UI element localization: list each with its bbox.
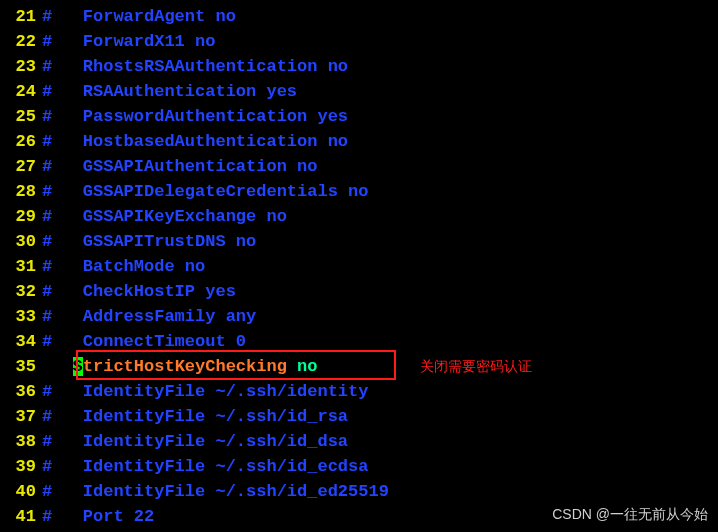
line-number: 29 xyxy=(0,204,42,229)
line-text: # GSSAPIKeyExchange no xyxy=(42,204,287,229)
code-line[interactable]: 28# GSSAPIDelegateCredentials no xyxy=(0,179,718,204)
line-text: # IdentityFile ~/.ssh/id_rsa xyxy=(42,404,348,429)
code-line[interactable]: 25# PasswordAuthentication yes xyxy=(0,104,718,129)
code-line[interactable]: 30# GSSAPITrustDNS no xyxy=(0,229,718,254)
line-number: 39 xyxy=(0,454,42,479)
annotation-text: 关闭需要密码认证 xyxy=(420,358,532,376)
line-number: 33 xyxy=(0,304,42,329)
line-text: # AddressFamily any xyxy=(42,304,256,329)
code-line[interactable]: 36# IdentityFile ~/.ssh/identity xyxy=(0,379,718,404)
line-number: 26 xyxy=(0,129,42,154)
line-number: 22 xyxy=(0,29,42,54)
code-line[interactable]: 33# AddressFamily any xyxy=(0,304,718,329)
code-line[interactable]: 22# ForwardX11 no xyxy=(0,29,718,54)
line-text: # RSAAuthentication yes xyxy=(42,79,297,104)
line-text: # GSSAPIDelegateCredentials no xyxy=(42,179,368,204)
line-number: 32 xyxy=(0,279,42,304)
code-line[interactable]: 29# GSSAPIKeyExchange no xyxy=(0,204,718,229)
code-line[interactable]: 39# IdentityFile ~/.ssh/id_ecdsa xyxy=(0,454,718,479)
line-text: # ForwardAgent no xyxy=(42,4,236,29)
line-number: 24 xyxy=(0,79,42,104)
line-number: 34 xyxy=(0,329,42,354)
code-line[interactable]: 23# RhostsRSAAuthentication no xyxy=(0,54,718,79)
code-line[interactable]: 21# ForwardAgent no xyxy=(0,4,718,29)
line-number: 35 xyxy=(0,354,42,379)
line-text: # HostbasedAuthentication no xyxy=(42,129,348,154)
code-line[interactable]: 37# IdentityFile ~/.ssh/id_rsa xyxy=(0,404,718,429)
code-editor[interactable]: 21# ForwardAgent no22# ForwardX11 no23# … xyxy=(0,0,718,529)
line-number: 41 xyxy=(0,504,42,529)
line-text: # CheckHostIP yes xyxy=(42,279,236,304)
line-text: # IdentityFile ~/.ssh/id_ed25519 xyxy=(42,479,389,504)
line-number: 31 xyxy=(0,254,42,279)
line-number: 40 xyxy=(0,479,42,504)
line-number: 28 xyxy=(0,179,42,204)
code-line[interactable]: 31# BatchMode no xyxy=(0,254,718,279)
code-line[interactable]: 38# IdentityFile ~/.ssh/id_dsa xyxy=(0,429,718,454)
line-text: # IdentityFile ~/.ssh/id_dsa xyxy=(42,429,348,454)
code-line[interactable]: 35 StrictHostKeyChecking no xyxy=(0,354,718,379)
line-text: # IdentityFile ~/.ssh/identity xyxy=(42,379,368,404)
line-number: 38 xyxy=(0,429,42,454)
code-line[interactable]: 34# ConnectTimeout 0 xyxy=(0,329,718,354)
line-number: 30 xyxy=(0,229,42,254)
code-line[interactable]: 32# CheckHostIP yes xyxy=(0,279,718,304)
code-line[interactable]: 26# HostbasedAuthentication no xyxy=(0,129,718,154)
line-number: 37 xyxy=(0,404,42,429)
line-number: 25 xyxy=(0,104,42,129)
line-text: # ConnectTimeout 0 xyxy=(42,329,246,354)
line-text: # Port 22 xyxy=(42,504,154,529)
code-line[interactable]: 27# GSSAPIAuthentication no xyxy=(0,154,718,179)
line-text: StrictHostKeyChecking no xyxy=(42,354,317,379)
line-text: # GSSAPITrustDNS no xyxy=(42,229,256,254)
code-line[interactable]: 40# IdentityFile ~/.ssh/id_ed25519 xyxy=(0,479,718,504)
line-number: 27 xyxy=(0,154,42,179)
line-text: # RhostsRSAAuthentication no xyxy=(42,54,348,79)
watermark: CSDN @一往无前从今始 xyxy=(552,506,708,524)
line-number: 23 xyxy=(0,54,42,79)
line-text: # BatchMode no xyxy=(42,254,205,279)
line-text: # GSSAPIAuthentication no xyxy=(42,154,317,179)
line-text: # PasswordAuthentication yes xyxy=(42,104,348,129)
line-number: 21 xyxy=(0,4,42,29)
line-text: # IdentityFile ~/.ssh/id_ecdsa xyxy=(42,454,368,479)
line-number: 36 xyxy=(0,379,42,404)
line-text: # ForwardX11 no xyxy=(42,29,215,54)
cursor: S xyxy=(73,357,83,376)
code-line[interactable]: 24# RSAAuthentication yes xyxy=(0,79,718,104)
